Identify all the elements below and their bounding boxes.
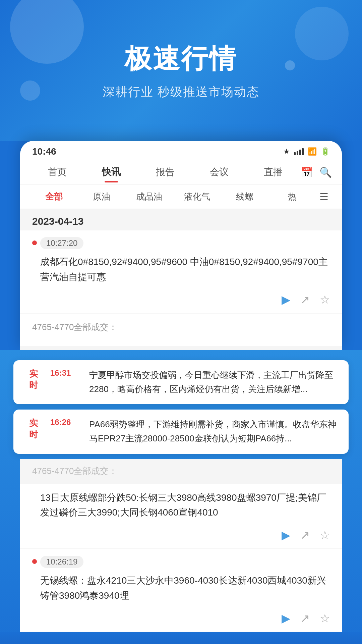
news-content: 10:27:20 成都石化0#8150,92#9400,95#9600 中油0#… <box>20 230 342 350</box>
middle-partial-text: 4765-4770全部成交： <box>32 465 330 478</box>
middle-partial-inner: 4765-4770全部成交： <box>20 459 342 483</box>
hero-bubble-3 <box>20 80 40 101</box>
share-icon-2[interactable]: ↗ <box>300 528 310 542</box>
realtime-content-1: 宁夏甲醇市场交投偏弱，今日重心继续下滑，主流工厂出货降至2280，略高价格有，区… <box>89 368 339 396</box>
realtime-row-2: 16:26 PA66弱势整理，下游维持刚需补货，商家入市谨慎。收盘华东神马EPR… <box>50 418 339 445</box>
status-bar: 10:46 ★ 📶 🔋 <box>20 141 342 160</box>
nav-icons: 📅 🔍 <box>300 166 332 178</box>
realtime-content-2: PA66弱势整理，下游维持刚需补货，商家入市谨慎。收盘华东神马EPR27主流28… <box>89 418 339 445</box>
cat-hot[interactable]: 热 <box>268 189 316 205</box>
cat-crude[interactable]: 原油 <box>78 189 125 205</box>
news-text-1: 成都石化0#8150,92#9400,95#9600 中油0#8150,92#9… <box>40 255 330 285</box>
news-partial-item: 4765-4770全部成交： <box>20 314 342 346</box>
realtime-card-1[interactable]: 实时 16:31 宁夏甲醇市场交投偏弱，今日重心继续下滑，主流工厂出货降至228… <box>13 360 349 404</box>
tab-home[interactable]: 首页 <box>30 163 84 181</box>
bottom-spacer <box>0 632 362 644</box>
tab-live[interactable]: 直播 <box>246 163 300 181</box>
signal-icon <box>294 148 304 155</box>
news-partial-inner: 4765-4770全部成交： <box>20 314 342 346</box>
news-actions-2: ▶ ↗ ☆ <box>40 609 330 625</box>
realtime-label-1: 实时 <box>29 368 38 391</box>
phone-bottom-section: 4765-4770全部成交： 13日太原线螺部分跌50:长钢三大3980高线39… <box>20 459 342 632</box>
hero-subtitle: 深耕行业 秒级推送市场动态 <box>103 84 259 100</box>
realtime-time-2: 16:26 <box>50 418 84 427</box>
cat-lpg[interactable]: 液化气 <box>173 189 221 205</box>
middle-news-inner: 13日太原线螺部分跌50:长钢三大3980高线3980盘螺3970厂提;美锦厂发… <box>20 484 342 549</box>
phone-container: 10:46 ★ 📶 🔋 首页 快讯 报告 会 <box>0 141 362 350</box>
hero-bubble-1 <box>10 0 84 64</box>
news-item-1-inner: 10:27:20 成都石化0#8150,92#9400,95#9600 中油0#… <box>20 230 342 313</box>
wifi-icon: 📶 <box>308 147 317 156</box>
hero-section: 极速行情 深耕行业 秒级推送市场动态 <box>0 0 362 141</box>
status-time: 10:46 <box>32 146 56 157</box>
middle-news-partial: 4765-4770全部成交： <box>20 459 342 483</box>
calendar-icon[interactable]: 📅 <box>300 166 313 178</box>
cat-rebar[interactable]: 线螺 <box>221 189 268 205</box>
play-icon-1[interactable]: ▶ <box>282 293 290 306</box>
tab-conference[interactable]: 会议 <box>192 163 246 181</box>
cat-refined[interactable]: 成品油 <box>125 189 173 205</box>
news-item-1: 10:27:20 成都石化0#8150,92#9400,95#9600 中油0#… <box>20 230 342 313</box>
hero-title: 极速行情 <box>125 41 237 77</box>
middle-news-item: 13日太原线螺部分跌50:长钢三大3980高线3980盘螺3970厂提;美锦厂发… <box>20 484 342 549</box>
status-icons: ★ 📶 🔋 <box>283 147 330 156</box>
tab-report[interactable]: 报告 <box>138 163 192 181</box>
battery-icon: 🔋 <box>321 147 330 156</box>
realtime-card-2[interactable]: 实时 16:26 PA66弱势整理，下游维持刚需补货，商家入市谨慎。收盘华东神马… <box>13 410 349 453</box>
realtime-row-1: 16:31 宁夏甲醇市场交投偏弱，今日重心继续下滑，主流工厂出货降至2280，略… <box>50 368 339 396</box>
star-icon-2[interactable]: ☆ <box>320 528 330 542</box>
realtime-badge-1: 实时 <box>23 368 44 391</box>
news-dot-1 <box>32 240 37 245</box>
news-dot-2 <box>32 559 37 564</box>
hero-bubble-2 <box>295 7 349 60</box>
star-icon-1[interactable]: ☆ <box>320 293 330 306</box>
nav-tabs: 首页 快讯 报告 会议 直播 📅 🔍 <box>20 160 342 185</box>
play-icon-3[interactable]: ▶ <box>282 611 290 625</box>
tab-quicknews[interactable]: 快讯 <box>84 163 138 181</box>
bluetooth-icon: ★ <box>283 147 290 156</box>
news-actions-1: ▶ ↗ ☆ <box>40 290 330 306</box>
category-more-icon[interactable]: ☰ <box>316 191 332 203</box>
middle-news-actions: ▶ ↗ ☆ <box>40 526 330 542</box>
phone-mockup: 10:46 ★ 📶 🔋 首页 快讯 报告 会 <box>20 141 342 350</box>
share-icon-3[interactable]: ↗ <box>300 611 310 625</box>
news-partial-text: 4765-4770全部成交： <box>32 320 330 334</box>
date-header: 2023-04-13 <box>20 209 342 230</box>
floating-cards: 实时 16:31 宁夏甲醇市场交投偏弱，今日重心继续下滑，主流工厂出货降至228… <box>0 350 362 453</box>
news-item-2: 10:26:19 无锡线螺：盘永4210三大沙永中3960-4030长达新403… <box>20 549 342 632</box>
news-time-2: 10:26:19 <box>40 556 83 568</box>
lower-section: 实时 16:31 宁夏甲醇市场交投偏弱，今日重心继续下滑，主流工厂出货降至228… <box>0 350 362 644</box>
hero-bubble-4 <box>285 60 295 70</box>
category-filter: 全部 原油 成品油 液化气 线螺 热 ☰ <box>20 185 342 209</box>
search-icon[interactable]: 🔍 <box>319 166 332 178</box>
realtime-time-1: 16:31 <box>50 368 84 378</box>
star-icon-3[interactable]: ☆ <box>320 611 330 625</box>
cat-all[interactable]: 全部 <box>30 189 78 205</box>
share-icon-1[interactable]: ↗ <box>300 293 310 306</box>
realtime-badge-2: 实时 <box>23 418 44 440</box>
news-text-2: 无锡线螺：盘永4210三大沙永中3960-4030长达新4030西城4030新兴… <box>40 573 330 603</box>
news-item-2-inner: 10:26:19 无锡线螺：盘永4210三大沙永中3960-4030长达新403… <box>20 549 342 632</box>
middle-news-text: 13日太原线螺部分跌50:长钢三大3980高线3980盘螺3970厂提;美锦厂发… <box>40 490 330 521</box>
realtime-label-2: 实时 <box>29 418 38 440</box>
play-icon-2[interactable]: ▶ <box>282 528 290 542</box>
news-time-1: 10:27:20 <box>40 237 83 249</box>
